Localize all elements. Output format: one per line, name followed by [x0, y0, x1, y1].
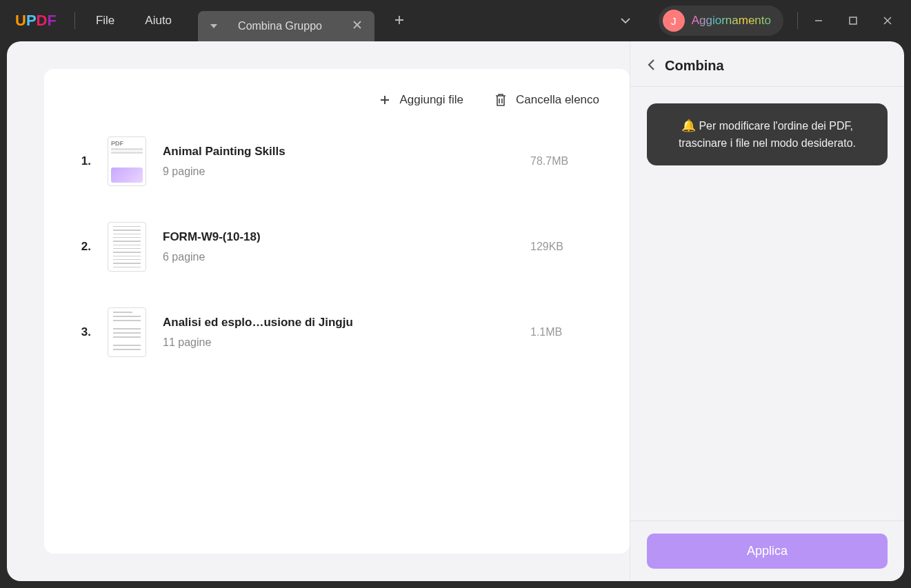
file-row[interactable]: 2. FORM-W9-(10-18) 6 pagine 129KB	[74, 222, 599, 272]
plus-icon	[379, 94, 391, 106]
clear-list-button[interactable]: Cancella elenco	[494, 92, 599, 108]
file-thumbnail: PDF	[108, 136, 146, 186]
main-panel: Aggiungi file Cancella elenco 1. PDF	[7, 41, 630, 581]
file-pages: 6 pagine	[163, 251, 514, 263]
minimize-icon[interactable]	[812, 14, 825, 28]
file-area: Aggiungi file Cancella elenco 1. PDF	[44, 69, 630, 554]
menu-help[interactable]: Aiuto	[130, 14, 187, 28]
titlebar: UPDF File Aiuto Combina Gruppo J Aggiorn…	[0, 0, 911, 41]
divider	[74, 12, 75, 29]
side-title: Combina	[665, 58, 724, 74]
tab-close-icon[interactable]	[352, 20, 362, 32]
file-number: 3.	[74, 325, 91, 339]
tab-add-icon[interactable]	[394, 12, 405, 30]
svg-rect-0	[850, 17, 857, 24]
file-pages: 11 pagine	[163, 336, 514, 349]
divider	[797, 12, 798, 29]
file-number: 2.	[74, 240, 91, 254]
bell-icon: 🔔	[681, 119, 696, 132]
file-size: 1.1MB	[530, 326, 599, 338]
maximize-icon[interactable]	[846, 14, 860, 28]
file-info: FORM-W9-(10-18) 6 pagine	[163, 230, 514, 263]
back-icon[interactable]	[647, 59, 655, 74]
file-list: 1. PDF Animal Painting Skills 9 pagine 7…	[74, 124, 599, 357]
file-name: Analisi ed esplo…usione di Jingju	[163, 316, 514, 330]
file-thumbnail	[108, 307, 146, 357]
trash-icon	[494, 92, 508, 108]
avatar: J	[663, 10, 685, 32]
apply-button[interactable]: Applica	[647, 534, 888, 569]
file-name: FORM-W9-(10-18)	[163, 230, 514, 244]
clear-list-label: Cancella elenco	[516, 93, 599, 107]
file-thumbnail	[108, 222, 146, 272]
side-footer: Applica	[630, 520, 904, 581]
file-pages: 9 pagine	[163, 165, 514, 178]
side-header: Combina	[630, 41, 904, 87]
hint-box: 🔔 Per modificare l'ordine dei PDF, trasc…	[647, 103, 888, 165]
tab-dropdown-icon[interactable]	[210, 24, 217, 28]
menu-file[interactable]: File	[81, 14, 130, 28]
file-info: Analisi ed esplo…usione di Jingju 11 pag…	[163, 316, 514, 349]
file-size: 129KB	[530, 241, 599, 253]
file-toolbar: Aggiungi file Cancella elenco	[74, 84, 599, 124]
update-label: Aggiornamento	[692, 14, 771, 28]
add-file-label: Aggiungi file	[399, 93, 463, 107]
file-name: Animal Painting Skills	[163, 145, 514, 159]
tab-title: Combina Gruppo	[238, 20, 322, 32]
workspace: Aggiungi file Cancella elenco 1. PDF	[0, 41, 911, 588]
file-row[interactable]: 1. PDF Animal Painting Skills 9 pagine 7…	[74, 136, 599, 186]
file-info: Animal Painting Skills 9 pagine	[163, 145, 514, 178]
app-logo: UPDF	[15, 12, 57, 30]
user-update-chip[interactable]: J Aggiornamento	[659, 6, 783, 36]
side-panel: Combina 🔔 Per modificare l'ordine dei PD…	[630, 41, 904, 581]
window-controls	[812, 14, 894, 28]
close-icon[interactable]	[881, 14, 894, 28]
add-file-button[interactable]: Aggiungi file	[379, 92, 463, 108]
file-number: 1.	[74, 154, 91, 168]
file-row[interactable]: 3. Analisi ed esplo…usione di Jingju 11 …	[74, 307, 599, 357]
file-size: 78.7MB	[530, 155, 599, 168]
tab-active[interactable]: Combina Gruppo	[198, 11, 374, 41]
tabs-overflow-icon[interactable]	[620, 14, 631, 27]
hint-text: 🔔 Per modificare l'ordine dei PDF, trasc…	[662, 117, 872, 152]
